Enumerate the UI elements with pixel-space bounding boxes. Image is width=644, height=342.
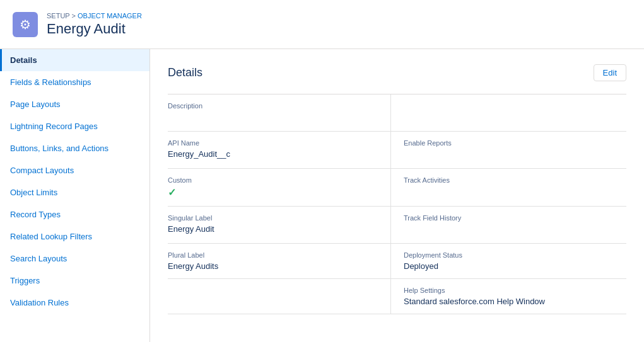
- help-settings-left-col: [168, 279, 390, 314]
- sidebar-item-validation-rules[interactable]: Validation Rules: [0, 292, 149, 314]
- description-value: [168, 112, 378, 123]
- sidebar: Details Fields & Relationships Page Layo…: [0, 49, 150, 342]
- sidebar-item-search-layouts[interactable]: Search Layouts: [0, 248, 149, 270]
- api-name-label: API Name: [168, 139, 378, 147]
- enable-reports-field: Enable Reports: [390, 132, 626, 168]
- plural-label-row: Plural Label Energy Audits Deployment St…: [168, 244, 626, 279]
- track-activities-field: Track Activities: [390, 169, 626, 206]
- edit-button[interactable]: Edit: [594, 64, 626, 81]
- description-label: Description: [168, 102, 378, 110]
- sidebar-item-record-types[interactable]: Record Types: [0, 203, 149, 225]
- sidebar-item-triggers[interactable]: Triggers: [0, 270, 149, 292]
- breadcrumb: SETUP > OBJECT MANAGER: [47, 12, 142, 20]
- sidebar-item-related-lookup-filters[interactable]: Related Lookup Filters: [0, 225, 149, 248]
- deployment-status-label: Deployment Status: [404, 251, 614, 259]
- help-settings-row: Help Settings Standard salesforce.com He…: [168, 279, 626, 314]
- description-field: Description: [168, 94, 390, 131]
- section-title: Details: [168, 66, 202, 79]
- plural-label-label: Plural Label: [168, 251, 378, 259]
- help-settings-field: Help Settings Standard salesforce.com He…: [390, 279, 626, 314]
- enable-reports-label: Enable Reports: [404, 139, 614, 147]
- custom-field: Custom ✓: [168, 169, 390, 206]
- track-activities-label: Track Activities: [404, 176, 614, 184]
- singular-label-field: Singular Label Energy Audit: [168, 207, 390, 243]
- page-header: ⚙ SETUP > OBJECT MANAGER Energy Audit: [0, 0, 644, 49]
- custom-row: Custom ✓ Track Activities: [168, 169, 626, 207]
- object-icon: ⚙: [13, 12, 38, 37]
- sidebar-item-page-layouts[interactable]: Page Layouts: [0, 93, 149, 115]
- api-name-row: API Name Energy_Audit__c Enable Reports: [168, 132, 626, 169]
- page-title: Energy Audit: [47, 21, 142, 37]
- enable-reports-value: [404, 149, 614, 161]
- main-header: Details Edit: [168, 64, 626, 81]
- singular-label-row: Singular Label Energy Audit Track Field …: [168, 207, 626, 244]
- deployment-status-field: Deployment Status Deployed: [390, 244, 626, 278]
- singular-label-value: Energy Audit: [168, 224, 378, 234]
- help-settings-value: Standard salesforce.com Help Window: [404, 297, 614, 306]
- sidebar-item-compact-layouts[interactable]: Compact Layouts: [0, 159, 149, 181]
- sidebar-item-lightning-record-pages[interactable]: Lightning Record Pages: [0, 115, 149, 137]
- fields-section: Description API Name Energy_Audit__c Ena…: [168, 94, 626, 314]
- sidebar-item-buttons-links-actions[interactable]: Buttons, Links, and Actions: [0, 137, 149, 159]
- api-name-value: Energy_Audit__c: [168, 149, 378, 159]
- sidebar-item-object-limits[interactable]: Object Limits: [0, 181, 149, 203]
- track-field-history-value: [404, 224, 614, 236]
- track-activities-value: [404, 186, 614, 198]
- description-row: Description: [168, 94, 626, 132]
- track-field-history-label: Track Field History: [404, 214, 614, 222]
- description-right-col: [390, 94, 626, 131]
- plural-label-value: Energy Audits: [168, 261, 378, 271]
- sidebar-item-fields-relationships[interactable]: Fields & Relationships: [0, 71, 149, 93]
- api-name-field: API Name Energy_Audit__c: [168, 132, 390, 168]
- singular-label-label: Singular Label: [168, 214, 378, 222]
- custom-label: Custom: [168, 176, 378, 184]
- help-settings-label: Help Settings: [404, 287, 614, 294]
- main-content: Details Edit Description API Name Energy…: [150, 49, 644, 342]
- object-manager-link[interactable]: OBJECT MANAGER: [78, 12, 142, 20]
- header-text: SETUP > OBJECT MANAGER Energy Audit: [47, 12, 142, 37]
- track-field-history-field: Track Field History: [390, 207, 626, 243]
- plural-label-field: Plural Label Energy Audits: [168, 244, 390, 278]
- deployment-status-value: Deployed: [404, 261, 614, 271]
- page-layout: Details Fields & Relationships Page Layo…: [0, 49, 644, 342]
- sidebar-item-details[interactable]: Details: [0, 49, 149, 71]
- custom-checkmark: ✓: [168, 186, 378, 198]
